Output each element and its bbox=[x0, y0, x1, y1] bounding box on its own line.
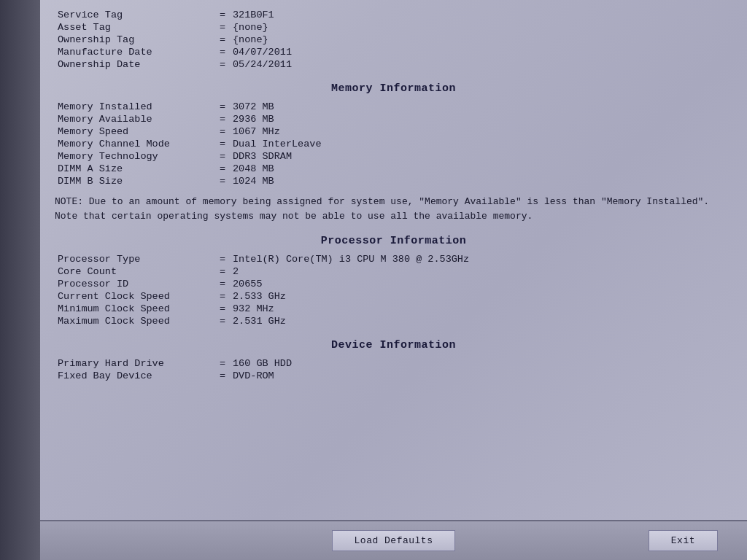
device-value-1: DVD-ROM bbox=[230, 370, 732, 382]
memory-equals-0: = bbox=[215, 101, 230, 113]
top-value-0: 321B0F1 bbox=[230, 9, 732, 21]
top-equals-2: = bbox=[215, 34, 230, 46]
bottom-bar: Load Defaults Exit bbox=[40, 520, 747, 560]
top-label-4: Ownership Date bbox=[55, 58, 215, 71]
processor-label-3: Current Clock Speed bbox=[55, 290, 215, 303]
processor-label-0: Processor Type bbox=[55, 253, 215, 265]
memory-label-2: Memory Speed bbox=[55, 125, 215, 138]
top-equals-3: = bbox=[215, 46, 230, 58]
memory-value-5: 2048 MB bbox=[230, 163, 732, 175]
processor-section-header: Processor Information bbox=[55, 235, 732, 247]
memory-info-table: Memory Installed=3072 MBMemory Available… bbox=[55, 101, 732, 187]
memory-value-2: 1067 MHz bbox=[230, 125, 732, 138]
bios-screen: Service Tag=321B0F1Asset Tag={none}Owner… bbox=[0, 0, 747, 560]
top-equals-1: = bbox=[215, 21, 230, 34]
memory-equals-2: = bbox=[215, 125, 230, 138]
memory-label-5: DIMM A Size bbox=[55, 163, 215, 175]
processor-label-4: Minimum Clock Speed bbox=[55, 303, 215, 315]
memory-equals-1: = bbox=[215, 113, 230, 125]
memory-label-0: Memory Installed bbox=[55, 101, 215, 113]
top-value-3: 04/07/2011 bbox=[230, 46, 732, 58]
top-label-2: Ownership Tag bbox=[55, 34, 215, 46]
device-section-header: Device Information bbox=[55, 339, 732, 351]
top-value-4: 05/24/2011 bbox=[230, 58, 732, 71]
exit-button[interactable]: Exit bbox=[649, 530, 718, 551]
processor-label-5: Maximum Clock Speed bbox=[55, 315, 215, 327]
device-label-0: Primary Hard Drive bbox=[55, 357, 215, 370]
processor-equals-4: = bbox=[215, 303, 230, 315]
memory-equals-6: = bbox=[215, 175, 230, 187]
top-info-table: Service Tag=321B0F1Asset Tag={none}Owner… bbox=[55, 9, 732, 71]
memory-note: NOTE: Due to an amount of memory being a… bbox=[55, 195, 732, 223]
processor-equals-5: = bbox=[215, 315, 230, 327]
top-label-3: Manufacture Date bbox=[55, 46, 215, 58]
memory-equals-4: = bbox=[215, 150, 230, 163]
processor-value-5: 2.531 GHz bbox=[230, 315, 732, 327]
memory-value-1: 2936 MB bbox=[230, 113, 732, 125]
processor-value-4: 932 MHz bbox=[230, 303, 732, 315]
memory-label-1: Memory Available bbox=[55, 113, 215, 125]
memory-label-4: Memory Technology bbox=[55, 150, 215, 163]
processor-info-table: Processor Type=Intel(R) Core(TM) i3 CPU … bbox=[55, 253, 732, 327]
device-value-0: 160 GB HDD bbox=[230, 357, 732, 370]
load-defaults-button[interactable]: Load Defaults bbox=[332, 530, 456, 551]
processor-equals-1: = bbox=[215, 265, 230, 278]
memory-value-4: DDR3 SDRAM bbox=[230, 150, 732, 163]
processor-label-1: Core Count bbox=[55, 265, 215, 278]
top-section: Service Tag=321B0F1Asset Tag={none}Owner… bbox=[55, 6, 732, 71]
top-label-0: Service Tag bbox=[55, 9, 215, 21]
memory-value-0: 3072 MB bbox=[230, 101, 732, 113]
device-label-1: Fixed Bay Device bbox=[55, 370, 215, 382]
device-info-table: Primary Hard Drive=160 GB HDDFixed Bay D… bbox=[55, 357, 732, 382]
processor-equals-2: = bbox=[215, 278, 230, 290]
top-equals-4: = bbox=[215, 58, 230, 71]
memory-label-6: DIMM B Size bbox=[55, 175, 215, 187]
processor-value-0: Intel(R) Core(TM) i3 CPU M 380 @ 2.53GHz bbox=[230, 253, 732, 265]
top-value-1: {none} bbox=[230, 21, 732, 34]
device-equals-1: = bbox=[215, 370, 230, 382]
left-sidebar bbox=[0, 0, 40, 560]
processor-value-1: 2 bbox=[230, 265, 732, 278]
processor-equals-0: = bbox=[215, 253, 230, 265]
processor-equals-3: = bbox=[215, 290, 230, 303]
main-content: Service Tag=321B0F1Asset Tag={none}Owner… bbox=[40, 0, 747, 560]
memory-equals-3: = bbox=[215, 138, 230, 150]
processor-value-2: 20655 bbox=[230, 278, 732, 290]
memory-section-header: Memory Information bbox=[55, 82, 732, 95]
processor-value-3: 2.533 GHz bbox=[230, 290, 732, 303]
top-value-2: {none} bbox=[230, 34, 732, 46]
top-label-1: Asset Tag bbox=[55, 21, 215, 34]
memory-value-6: 1024 MB bbox=[230, 175, 732, 187]
memory-value-3: Dual InterLeave bbox=[230, 138, 732, 150]
device-equals-0: = bbox=[215, 357, 230, 370]
top-equals-0: = bbox=[215, 9, 230, 21]
memory-label-3: Memory Channel Mode bbox=[55, 138, 215, 150]
processor-label-2: Processor ID bbox=[55, 278, 215, 290]
memory-equals-5: = bbox=[215, 163, 230, 175]
